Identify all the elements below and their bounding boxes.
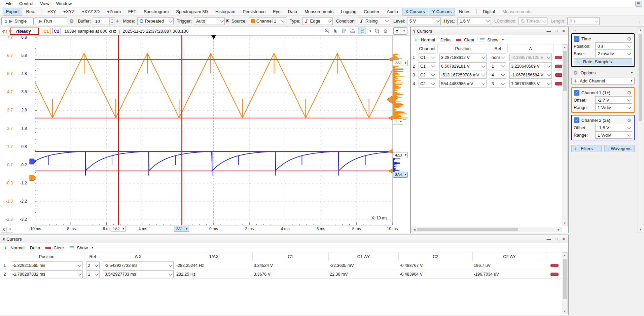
position-select[interactable]: -1.786287832 ms [11,270,83,278]
time-checkbox[interactable]: ✓ [574,36,579,42]
scroll-right-icon[interactable]: ▶ [556,228,561,231]
remove-cursor-button[interactable] [550,273,559,276]
ref-select[interactable]: 1 [86,270,100,278]
run-button[interactable]: ▶ Run [35,17,67,25]
minimize-icon[interactable]: — [546,29,551,34]
scroll-down-icon[interactable]: ▼ [562,221,567,226]
scroll-down-icon[interactable]: ▼ [638,227,643,232]
normal-button[interactable]: Normal [421,37,435,42]
view-tab[interactable]: Spectrogram [140,8,172,15]
close-icon[interactable]: × [561,28,566,34]
show-button[interactable]: Show [487,37,498,42]
buffer-gear-icon[interactable]: ⚙ [69,19,74,24]
position-select[interactable]: -5.329215565 ms [11,261,83,269]
y-cursor-tag[interactable]: 4Δ3▼ [393,152,408,158]
trigger-select[interactable]: Auto [194,17,225,25]
y-cursors-vertical-scrollbar[interactable]: ▲ ▼ [562,44,568,226]
view-tab[interactable]: Digital [479,8,498,15]
clear-icon[interactable] [456,39,461,41]
view-tab[interactable]: Eye [270,8,284,15]
wavegens-button[interactable]: ↕ Wavegens [604,145,635,152]
time-base-select[interactable]: 2 ms/div [595,50,632,57]
delta-value[interactable]: 3.220640569 V [509,62,552,70]
delta-button[interactable]: Delta [30,245,40,250]
view-tab[interactable]: Audio [384,8,401,15]
position-select[interactable]: -513.167259786 mV [439,71,487,79]
add-cursor-icon[interactable]: + [414,37,418,43]
view-tab[interactable]: Y Cursors [429,8,455,15]
ref-select[interactable]: 1 [490,62,506,70]
mode-select[interactable]: Repeated [137,17,174,25]
view-tab[interactable]: FFT [125,8,140,15]
show-list-icon[interactable] [70,246,74,250]
source-select[interactable]: Channel 1 [249,17,286,25]
channel2-range-select[interactable]: 1 V/div [595,131,632,139]
single-button[interactable]: 1 ▶ Single [1,17,34,25]
delta-x-select[interactable]: 3.542927733 ms [103,270,174,278]
channel2-offset-marker-icon[interactable] [30,159,36,164]
view-tab[interactable]: Spectrogram 3D [173,8,211,15]
main-vertical-scrollbar[interactable]: ▲ ▼ [638,27,643,233]
view-tab[interactable]: Notes [456,8,474,15]
rate-samples-button[interactable]: → Rate, Samples... [574,58,632,65]
clear-button[interactable]: Clear [53,245,64,250]
view-tab[interactable]: Logging [337,8,360,15]
show-list-icon[interactable] [480,38,485,42]
channel1-checkbox[interactable]: ✓ [574,90,579,96]
y-cursors-titlebar[interactable]: Y Cursors — □ × [411,27,568,35]
time-gear-icon[interactable]: ⚙ [627,36,632,41]
scroll-up-icon[interactable]: ▲ [638,28,643,33]
menu-item[interactable]: Window [53,0,75,7]
normal-button[interactable]: Normal [10,245,25,250]
scroll-left-icon[interactable]: ◀ [412,228,417,231]
add-cursor-icon[interactable]: + [4,245,7,251]
remove-cursor-button[interactable] [550,264,559,267]
toolbar-overflow-icon[interactable]: → [636,19,641,24]
channel-select[interactable]: C1 [419,54,436,61]
y-cursor-tag[interactable]: 3Δ4▼ [393,172,408,178]
view-tab[interactable]: Histogram [212,8,239,15]
scroll-up-icon[interactable]: ▲ [562,253,567,258]
scroll-down-icon[interactable]: ▼ [562,309,567,314]
view-tab[interactable]: Persistence [239,8,269,15]
add-channel-button[interactable]: + Add Channel ▼ [571,77,635,85]
ref-select[interactable]: none [490,54,506,61]
buffer-spinner[interactable]: 10 ▲▼ [93,17,115,25]
view-tab[interactable]: Data [285,8,300,15]
add-mode-icon[interactable]: + [116,18,119,24]
ref-select[interactable]: 4 [490,71,506,79]
delta-value[interactable]: 1.067615658 V [509,80,552,87]
channel1-offset-select[interactable]: -2.7 V [595,96,632,104]
channel2-gear-icon[interactable]: ⚙ [627,118,632,123]
waveform-plot[interactable] [0,27,410,233]
filters-button[interactable]: → Filters [571,145,602,152]
channel-select[interactable]: C2 [419,71,436,79]
view-tab[interactable]: Measurements [499,8,535,15]
view-tab[interactable]: X Cursors [402,8,428,15]
view-tab[interactable]: Rec. [23,8,39,15]
y-cursors-horizontal-scrollbar[interactable]: ◀ ▶ [412,227,562,232]
tray-icon[interactable] [635,1,642,7]
sidebar-arrow-icon[interactable]: → [572,27,577,32]
lcondition-select[interactable]: Timeout [518,17,547,25]
menu-item[interactable]: View [37,0,53,7]
menu-item[interactable]: Control [16,0,37,7]
channel-select[interactable]: C2 [419,80,436,87]
close-icon[interactable]: × [561,236,566,242]
maximize-icon[interactable]: □ [553,237,559,241]
position-select[interactable]: 6.507829181 V [439,62,487,70]
options-button[interactable]: ⚙ Options ▼ [571,69,635,77]
x-cursors-vertical-scrollbar[interactable]: ▲ ▼ [562,252,568,314]
delta-button[interactable]: Delta [440,37,451,42]
level-select[interactable]: 5 V [407,17,441,25]
delta-x-select[interactable]: -3.542927733 ms [103,261,174,269]
x-axis-menu-button[interactable]: X ▼ [1,226,13,233]
y-cursor-tag[interactable]: 2Δ1▼ [393,60,408,66]
clear-icon[interactable] [45,247,51,249]
x-cursor-tag[interactable]: 2Δ1▼ [174,226,189,232]
x-cursors-titlebar[interactable]: X Cursors — □ × [0,235,568,243]
view-tab[interactable]: +XYZ 3D [78,8,103,15]
maximize-icon[interactable]: □ [553,29,559,33]
view-tab[interactable]: +Zoom [104,8,124,15]
time-position-select[interactable]: 0 s [595,42,632,50]
